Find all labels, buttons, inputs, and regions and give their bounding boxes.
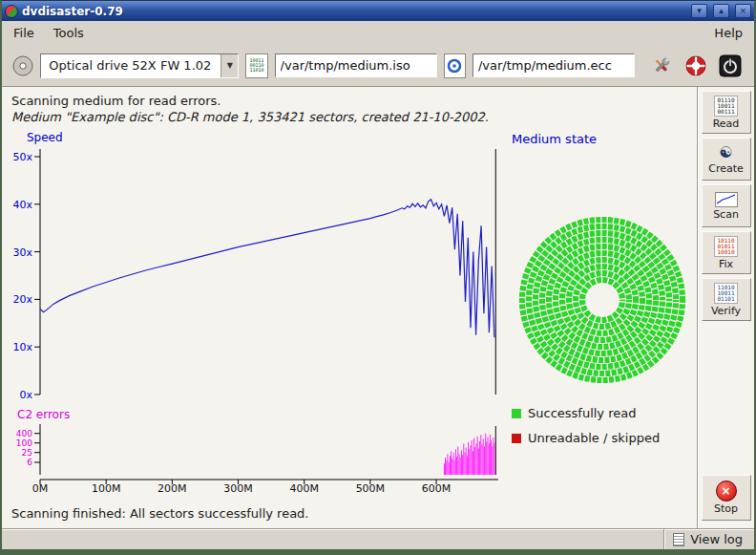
window-title: dvdisaster-0.79 bbox=[22, 5, 685, 18]
chart-column: Speed0x10x20x30x40x50x0M100M200M300M400M… bbox=[2, 130, 508, 497]
svg-text:0x: 0x bbox=[19, 389, 32, 401]
medium-state-title: Medium state bbox=[512, 132, 706, 146]
view-log-label: View log bbox=[690, 532, 743, 546]
drive-select[interactable]: Optical drive 52X FW 1.02 ▼ bbox=[40, 53, 239, 78]
read-button-label: Read bbox=[713, 117, 740, 130]
create-button-label: Create bbox=[708, 162, 744, 175]
view-log-button[interactable]: View log bbox=[663, 529, 754, 549]
chevron-down-icon: ▼ bbox=[220, 54, 238, 77]
svg-text:C2 errors: C2 errors bbox=[17, 408, 70, 421]
create-icon: ☯ bbox=[719, 144, 732, 161]
medium-state-panel: Medium state Successfully read Unreadabl… bbox=[508, 130, 706, 497]
svg-text:500M: 500M bbox=[356, 482, 386, 495]
legend-unreadable: Unreadable / skipped bbox=[512, 431, 706, 445]
toolbar: Optical drive 52X FW 1.02 ▼ 10011 00110 … bbox=[2, 45, 754, 87]
svg-text:20x: 20x bbox=[12, 293, 32, 306]
minimize-button[interactable]: ▾ bbox=[691, 4, 707, 18]
scan-button-label: Scan bbox=[713, 208, 739, 221]
verify-button-label: Verify bbox=[711, 305, 741, 317]
content-area: Scanning medium for read errors. Medium … bbox=[2, 87, 754, 528]
action-sidebar: 01110 10011 00111 Read ☯ Create Scan 101… bbox=[697, 87, 754, 528]
preferences-button[interactable] bbox=[648, 52, 676, 80]
log-icon bbox=[673, 533, 684, 546]
svg-text:100M: 100M bbox=[92, 482, 121, 495]
svg-text:400: 400 bbox=[16, 429, 32, 438]
titlebar[interactable]: dvdisaster-0.79 ▾ ▴ × bbox=[2, 1, 754, 21]
iso-icon-digits: 10011 00110 11010 bbox=[249, 58, 263, 73]
window-icon bbox=[5, 5, 18, 18]
bottom-bar: View log bbox=[2, 528, 754, 549]
menubar: File Tools Help bbox=[2, 21, 754, 45]
legend-label-unreadable: Unreadable / skipped bbox=[528, 431, 660, 445]
verify-icon: 11010 10011 01101 bbox=[714, 283, 737, 304]
svg-text:50x: 50x bbox=[12, 151, 32, 163]
drive-select-value: Optical drive 52X FW 1.02 bbox=[41, 54, 220, 77]
fix-button[interactable]: 10110 01011 10010 Fix bbox=[702, 231, 751, 274]
maximize-button[interactable]: ▴ bbox=[713, 4, 729, 18]
stop-button-label: Stop bbox=[714, 502, 738, 515]
medium-state-disc bbox=[512, 209, 693, 391]
scan-icon bbox=[715, 192, 738, 207]
iso-image-icon: 10011 00110 11010 bbox=[245, 53, 267, 78]
legend-swatch-success bbox=[512, 409, 521, 418]
lifesaver-icon bbox=[684, 54, 707, 77]
app-window: dvdisaster-0.79 ▾ ▴ × File Tools Help Op… bbox=[0, 0, 756, 555]
wrench-icon bbox=[650, 54, 673, 77]
verify-button[interactable]: 11010 10011 01101 Verify bbox=[702, 278, 751, 321]
legend-successfully-read: Successfully read bbox=[512, 406, 706, 420]
svg-text:0M: 0M bbox=[32, 482, 49, 495]
medium-state-legend: Successfully read Unreadable / skipped bbox=[512, 406, 706, 445]
menu-help[interactable]: Help bbox=[704, 22, 752, 44]
scan-chart: Speed0x10x20x30x40x50x0M100M200M300M400M… bbox=[10, 130, 508, 497]
close-button[interactable]: × bbox=[735, 4, 751, 18]
drive-icon bbox=[11, 54, 33, 77]
legend-swatch-unreadable bbox=[512, 434, 521, 443]
power-icon bbox=[719, 54, 742, 77]
scan-button[interactable]: Scan bbox=[702, 184, 751, 227]
stop-button[interactable]: × Stop bbox=[702, 475, 751, 521]
scan-result-status: Scanning finished: All sectors successfu… bbox=[2, 497, 697, 521]
svg-text:100: 100 bbox=[16, 438, 32, 448]
quit-button[interactable] bbox=[717, 52, 745, 80]
read-button[interactable]: 01110 10011 00111 Read bbox=[702, 91, 751, 134]
svg-text:25: 25 bbox=[22, 448, 32, 458]
svg-text:40x: 40x bbox=[12, 199, 32, 211]
status-line-2: Medium "Example disc": CD-R mode 1, 3534… bbox=[11, 109, 697, 125]
ecc-disc-glyph bbox=[447, 58, 462, 74]
status-area: Scanning medium for read errors. Medium … bbox=[2, 87, 697, 125]
svg-text:600M: 600M bbox=[422, 482, 452, 495]
menu-file[interactable]: File bbox=[4, 22, 44, 44]
legend-label-success: Successfully read bbox=[528, 406, 636, 420]
fix-button-label: Fix bbox=[719, 258, 733, 270]
help-button[interactable] bbox=[682, 52, 710, 80]
ecc-file-icon bbox=[444, 53, 466, 78]
disc-wrapper bbox=[512, 209, 706, 391]
menu-tools[interactable]: Tools bbox=[44, 22, 94, 44]
svg-text:300M: 300M bbox=[223, 482, 253, 495]
visualization-row: Speed0x10x20x30x40x50x0M100M200M300M400M… bbox=[2, 130, 697, 497]
svg-text:6: 6 bbox=[27, 458, 32, 467]
status-line-1: Scanning medium for read errors. bbox=[11, 93, 697, 109]
svg-text:Speed: Speed bbox=[27, 131, 63, 144]
svg-text:400M: 400M bbox=[289, 482, 319, 495]
main-panel: Scanning medium for read errors. Medium … bbox=[2, 87, 697, 528]
svg-text:200M: 200M bbox=[158, 482, 187, 495]
read-icon: 01110 10011 00111 bbox=[714, 96, 737, 117]
stop-icon: × bbox=[716, 480, 737, 502]
fix-icon: 10110 01011 10010 bbox=[714, 236, 737, 257]
svg-text:30x: 30x bbox=[12, 246, 32, 259]
iso-path-input[interactable] bbox=[275, 53, 437, 77]
ecc-path-input[interactable] bbox=[472, 53, 635, 77]
create-button[interactable]: ☯ Create bbox=[702, 138, 751, 181]
svg-text:10x: 10x bbox=[12, 341, 32, 353]
